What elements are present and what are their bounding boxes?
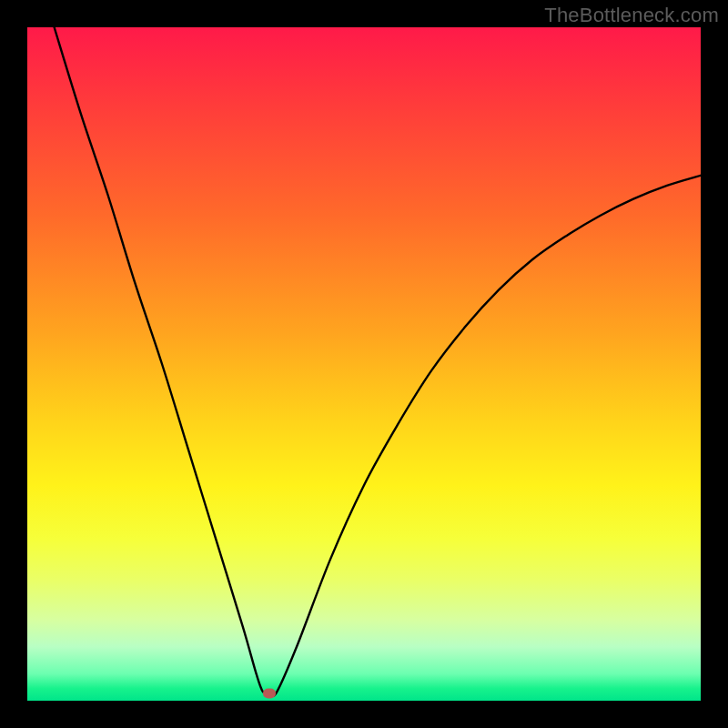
plot-area bbox=[27, 27, 701, 701]
chart-stage: TheBottleneck.com bbox=[0, 0, 728, 728]
bottleneck-curve bbox=[55, 27, 701, 696]
minimum-marker bbox=[263, 688, 276, 698]
curve-svg bbox=[27, 27, 701, 701]
watermark-text: TheBottleneck.com bbox=[544, 4, 719, 27]
